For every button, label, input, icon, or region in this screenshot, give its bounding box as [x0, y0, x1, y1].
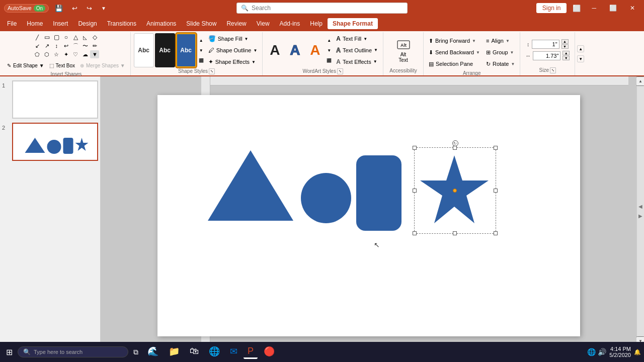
search-input[interactable]: [252, 5, 403, 12]
shape-scribble-icon[interactable]: ✏: [90, 42, 99, 50]
handle-tm[interactable]: [453, 146, 457, 150]
shape-rect-icon[interactable]: ▭: [42, 33, 51, 41]
menu-insert[interactable]: Insert: [48, 18, 73, 29]
taskbar-store-icon[interactable]: 🛍: [186, 345, 203, 359]
style-scroll-up-button[interactable]: ▲: [197, 36, 205, 45]
menu-review[interactable]: Review: [221, 18, 251, 29]
style-expand-button[interactable]: ⬛: [197, 56, 205, 65]
menu-view[interactable]: View: [252, 18, 275, 29]
width-down-button[interactable]: ▼: [562, 56, 570, 60]
shape-diamond-icon[interactable]: ◇: [90, 33, 99, 41]
menu-file[interactable]: File: [2, 18, 22, 29]
taskbar-extra-icon[interactable]: 🔴: [260, 345, 279, 359]
alt-text-button[interactable]: Alt Alt Text: [391, 36, 416, 64]
menu-animations[interactable]: Animations: [141, 18, 181, 29]
slide-image-2[interactable]: [12, 123, 98, 161]
minimize-button[interactable]: ─: [587, 4, 601, 13]
ribbon-collapse-down-button[interactable]: ▼: [577, 55, 584, 62]
circle-shape[interactable]: [301, 173, 351, 223]
autosave-pill[interactable]: AutoSave On: [4, 4, 49, 13]
wordart-swatch-blue[interactable]: A: [286, 35, 304, 65]
text-outline-button[interactable]: A Text Outline ▼: [334, 45, 380, 55]
shape-effects-button[interactable]: ✦ Shape Effects ▼: [206, 57, 260, 67]
height-input[interactable]: [532, 40, 559, 49]
wordart-swatch-gradient[interactable]: A: [306, 35, 324, 65]
shape-cloud-icon[interactable]: ☁: [80, 50, 90, 58]
taskbar-search[interactable]: 🔍 Type here to search: [18, 346, 128, 357]
style-swatch-1[interactable]: Abc: [155, 33, 175, 67]
undo-button[interactable]: ↩: [69, 4, 80, 13]
edit-shape-button[interactable]: ✎ Edit Shape ▼: [5, 60, 46, 70]
slide-canvas[interactable]: ↻ ↖: [157, 95, 580, 336]
shape-star-icon[interactable]: ☆: [52, 50, 61, 58]
shape-rounded-rect-icon[interactable]: ▢: [52, 33, 61, 41]
clock-button[interactable]: 4:14 PM 5/2/2020: [609, 346, 631, 358]
shape-rt-triangle-icon[interactable]: ◺: [80, 33, 90, 41]
shape-arrow2-icon[interactable]: ↗: [42, 42, 51, 50]
menu-shapeformat[interactable]: Shape Format: [328, 18, 378, 29]
shape-connector-icon[interactable]: ↕: [52, 42, 61, 50]
collapse-left-icon[interactable]: ◀: [638, 204, 642, 209]
taskbar-edge-icon[interactable]: 🌊: [143, 345, 163, 359]
menu-home[interactable]: Home: [22, 18, 48, 29]
shape-more-icon[interactable]: ▼: [90, 50, 99, 58]
close-button[interactable]: ✕: [625, 4, 640, 13]
notification-button[interactable]: 🔔: [634, 349, 641, 355]
customize-qat-button[interactable]: ▼: [98, 5, 109, 12]
merge-shapes-button[interactable]: ⊕ Merge Shapes ▼: [78, 60, 127, 70]
taskbar-chrome-icon[interactable]: 🌐: [205, 345, 224, 359]
size-expand-button[interactable]: ⤡: [550, 67, 556, 73]
slide-thumbnail-1[interactable]: 1: [2, 80, 98, 119]
maximize-button[interactable]: ⬜: [604, 4, 622, 13]
shape-bend-icon[interactable]: ↩: [61, 42, 70, 50]
height-down-button[interactable]: ▼: [561, 44, 569, 49]
menu-slideshow[interactable]: Slide Show: [181, 18, 221, 29]
wordart-expand-button[interactable]: ⬛: [325, 56, 333, 65]
width-input[interactable]: [533, 51, 560, 60]
group-button[interactable]: ⊞ Group ▼: [484, 47, 517, 57]
shape-heart-icon[interactable]: ♡: [71, 50, 80, 58]
handle-tr[interactable]: [494, 146, 498, 150]
style-scroll-down-button[interactable]: ▼: [197, 46, 205, 55]
taskbar-powerpoint-icon[interactable]: P: [244, 345, 258, 359]
align-button[interactable]: ≡ Align ▼: [484, 36, 517, 46]
menu-help[interactable]: Help: [305, 18, 328, 29]
rotate-handle[interactable]: ↻: [452, 140, 458, 146]
rounded-rect-shape[interactable]: [356, 155, 401, 231]
search-bar[interactable]: 🔍: [236, 3, 408, 14]
shape-outline-button[interactable]: 🖊 Shape Outline ▼: [206, 45, 260, 55]
shape-line-icon[interactable]: ╱: [33, 33, 42, 41]
text-box-button[interactable]: ⬚ Text Box: [47, 60, 77, 70]
shape-pentagon-icon[interactable]: ⬠: [33, 50, 42, 58]
start-button[interactable]: ⊞: [3, 345, 16, 359]
style-swatch-2[interactable]: Abc: [176, 33, 196, 67]
text-effects-button[interactable]: A Text Effects ▼: [334, 57, 380, 67]
menu-addins[interactable]: Add-ins: [275, 18, 305, 29]
autosave-toggle[interactable]: On: [34, 5, 45, 12]
shape-styles-expand-button[interactable]: ⤡: [209, 68, 215, 74]
send-backward-button[interactable]: ⬇ Send Backward ▼: [427, 47, 482, 57]
save-button[interactable]: 💾: [52, 4, 66, 13]
selection-pane-button[interactable]: ▤ Selection Pane: [427, 59, 482, 69]
shape-curve-icon[interactable]: ⌒: [71, 42, 80, 50]
rotate-button[interactable]: ↻ Rotate ▼: [484, 59, 517, 69]
task-view-button[interactable]: ⧉: [130, 346, 141, 358]
taskbar-explorer-icon[interactable]: 📁: [165, 345, 184, 359]
menu-design[interactable]: Design: [73, 18, 102, 29]
shape-fill-button[interactable]: 🪣 Shape Fill ▼: [206, 34, 260, 44]
ribbon-display-button[interactable]: ⬜: [570, 4, 584, 13]
canvas-area[interactable]: ↻ ↖: [101, 76, 636, 346]
triangle-shape[interactable]: [208, 145, 293, 226]
taskbar-outlook-icon[interactable]: ✉: [226, 345, 242, 359]
menu-transitions[interactable]: Transitions: [102, 18, 141, 29]
slide-thumbnail-2[interactable]: 2: [2, 123, 98, 161]
shape-star5-icon[interactable]: ✦: [61, 50, 70, 58]
ribbon-collapse-up-button[interactable]: ▲: [577, 45, 584, 52]
redo-button[interactable]: ↪: [84, 4, 95, 13]
bring-forward-button[interactable]: ⬆ Bring Forward ▼: [427, 36, 482, 46]
collapse-right-icon[interactable]: ▶: [638, 213, 642, 219]
shape-freeform-icon[interactable]: 〜: [80, 42, 90, 50]
shape-oval-icon[interactable]: ○: [61, 33, 70, 41]
wordart-scroll-up-button[interactable]: ▲: [325, 36, 333, 45]
scroll-up-button[interactable]: ▲: [636, 76, 644, 86]
